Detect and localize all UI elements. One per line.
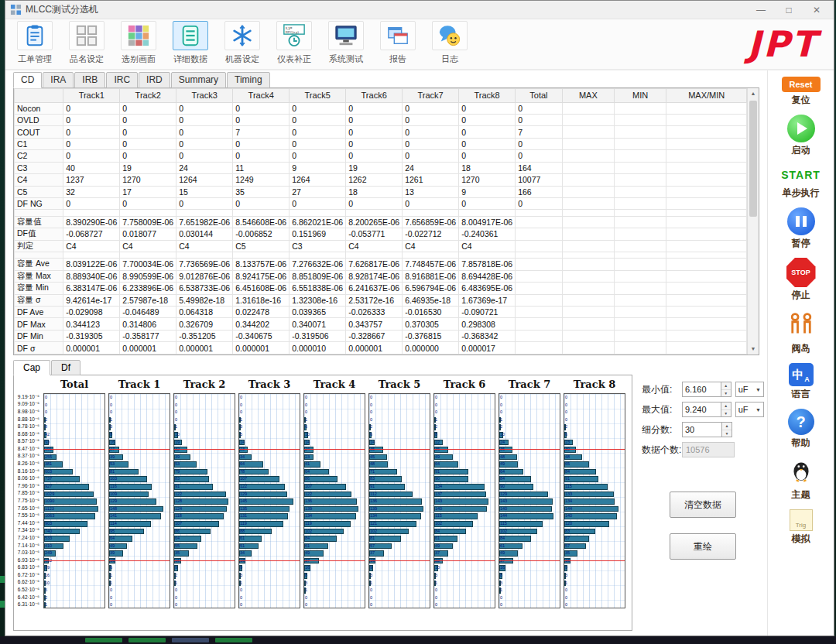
sidebar-button-help[interactable]: ?帮助 bbox=[788, 409, 814, 450]
table-cell bbox=[516, 330, 563, 341]
toolbar-work-order[interactable]: 工单管理 bbox=[10, 21, 60, 67]
column-header: Track6 bbox=[346, 89, 403, 103]
min-unit-select[interactable]: uF▼ bbox=[735, 382, 764, 397]
y-axis-tick-label: 7.85·10⁻⁶ bbox=[18, 490, 39, 496]
toolbar-machine-setting[interactable]: 机器设定 bbox=[218, 21, 267, 67]
sidebar-button-theme[interactable]: 主题 bbox=[788, 457, 814, 502]
bar-value-label: 0 bbox=[565, 396, 567, 400]
sidebar-button-start[interactable]: 启动 bbox=[787, 115, 815, 157]
bar-value-label: 144 bbox=[500, 514, 507, 519]
tab-irb[interactable]: IRB bbox=[74, 72, 105, 88]
bar-value-label: 0 bbox=[45, 403, 47, 408]
histogram-plot[interactable]: 0000110193239537983911221281241181078664… bbox=[173, 393, 235, 608]
table-cell bbox=[666, 186, 747, 197]
taskbar-item[interactable] bbox=[85, 638, 122, 642]
histogram-plot[interactable]: 0001351423346478107122129145135131119886… bbox=[238, 393, 300, 608]
bar-value-label: 1 bbox=[435, 418, 437, 423]
histogram-plot[interactable]: 0001282236496491901341371431401151028461… bbox=[433, 393, 495, 608]
limit-line bbox=[304, 449, 365, 450]
scroll-down-icon[interactable]: ▼ bbox=[748, 344, 759, 355]
limit-line bbox=[109, 560, 170, 561]
bar-value-label: 121 bbox=[370, 522, 377, 526]
max-unit-select[interactable]: uF▼ bbox=[735, 402, 764, 417]
histogram-plot[interactable]: 0000262330486584911151331341441401208367… bbox=[564, 393, 625, 608]
count-label: 数据个数: bbox=[642, 444, 682, 457]
sidebar-button-reset[interactable]: Reset复位 bbox=[782, 77, 821, 107]
sidebar-button-simulate[interactable]: Trig模拟 bbox=[790, 509, 813, 546]
taskbar-item[interactable] bbox=[172, 638, 209, 642]
toolbar-sorting-screen[interactable]: 选别画面 bbox=[114, 21, 163, 67]
scroll-up-icon[interactable]: ▲ bbox=[748, 88, 759, 99]
sidebar-button-valve[interactable]: 阀岛 bbox=[787, 310, 815, 355]
scroll-thumb[interactable] bbox=[749, 101, 757, 217]
clear-data-button[interactable]: 清空数据 bbox=[670, 492, 736, 518]
bar-value-label: 1 bbox=[305, 418, 307, 423]
table-cell: 6.383147E-06 bbox=[63, 283, 120, 294]
table-cell: 8.916881E-06 bbox=[403, 270, 459, 282]
max-input[interactable]: 9.240 bbox=[682, 402, 721, 417]
histogram-tab-df[interactable]: Df bbox=[51, 360, 81, 375]
table-cell bbox=[666, 240, 747, 252]
taskbar[interactable] bbox=[0, 636, 836, 644]
table-cell: 166 bbox=[516, 186, 563, 197]
bar-value-label: 139 bbox=[370, 507, 377, 512]
toolbar-product-name[interactable]: 品名设定 bbox=[62, 21, 111, 67]
histogram-plot[interactable]: 0002842931912553816037379271029109011231… bbox=[43, 393, 105, 608]
table-cell bbox=[666, 210, 747, 216]
sidebar-button-pause[interactable]: 暂停 bbox=[787, 207, 815, 250]
histogram-plot[interactable]: 0001381627395381103116109129148141114956… bbox=[108, 393, 170, 608]
tab-summary[interactable]: Summary bbox=[171, 72, 226, 88]
bar-value-label: 0 bbox=[110, 603, 112, 608]
bar-value-label: 37 bbox=[435, 551, 440, 556]
histogram-plot[interactable]: 0001210243648496484901291431401441151028… bbox=[499, 393, 560, 608]
histogram-tab-cap[interactable]: Cap bbox=[13, 360, 50, 375]
table-cell bbox=[516, 306, 563, 317]
toolbar-detail-data[interactable]: 详细数据 bbox=[166, 21, 215, 67]
histogram-panel: 9.19·10⁻⁶9.09·10⁻⁶8.98·10⁻⁶8.88·10⁻⁶8.78… bbox=[13, 375, 632, 631]
bins-input[interactable]: 30 bbox=[682, 422, 722, 437]
max-stepper[interactable]: ▲▼ bbox=[721, 402, 732, 417]
table-cell: 6.46935e-18 bbox=[403, 294, 459, 306]
taskbar-item[interactable] bbox=[128, 638, 166, 642]
tab-timing[interactable]: Timing bbox=[227, 72, 270, 88]
table-cell: 0.064318 bbox=[176, 306, 233, 317]
histogram-plot[interactable]: 0001610142423416486107122136139134119102… bbox=[303, 393, 365, 608]
tab-ira[interactable]: IRA bbox=[43, 72, 74, 88]
toolbar-meter-calibration[interactable]: x,y=RPC(x,y)仪表补正 bbox=[269, 21, 319, 67]
table-cell: 0 bbox=[403, 198, 459, 210]
tab-irc[interactable]: IRC bbox=[106, 72, 138, 88]
table-cell: 19 bbox=[346, 162, 403, 173]
bar-value-label: 14 bbox=[370, 440, 375, 445]
histogram-bar bbox=[239, 498, 293, 505]
table-cell bbox=[666, 270, 747, 282]
bar-value-label: 2 bbox=[45, 596, 47, 601]
toolbar-report[interactable]: 报告 bbox=[373, 21, 423, 67]
table-cell: 2.53172e-16 bbox=[346, 294, 403, 306]
bar-value-label: 48 bbox=[370, 462, 375, 467]
taskbar-item[interactable] bbox=[215, 638, 252, 642]
toolbar-log[interactable]: 日志 bbox=[425, 21, 475, 67]
histogram-controls: 最小值: 6.160 ▲▼ uF▼ 最大值: 9.240 ▲▼ uF▼ 细分数:… bbox=[642, 382, 764, 560]
redraw-button[interactable]: 重绘 bbox=[670, 533, 736, 560]
sidebar-button-language[interactable]: 中A语言 bbox=[789, 363, 814, 401]
bar-value-label: 6 bbox=[305, 425, 307, 430]
sidebar-button-stop[interactable]: STOP停止 bbox=[786, 258, 816, 302]
close-button[interactable]: ✕ bbox=[803, 2, 831, 19]
tab-ird[interactable]: IRD bbox=[139, 72, 170, 88]
table-cell: 7.651982E-06 bbox=[176, 216, 233, 228]
tab-cd[interactable]: CD bbox=[13, 72, 42, 88]
min-input[interactable]: 6.160 bbox=[682, 382, 721, 397]
histogram-track-7: Track 7000121024364849648490129143140144… bbox=[497, 378, 562, 608]
table-cell: 0 bbox=[233, 114, 290, 125]
histogram-plot[interactable]: 0000261435454871839111213613913412110281… bbox=[368, 393, 430, 608]
maximize-button[interactable]: □ bbox=[775, 2, 803, 19]
bins-stepper[interactable]: ▲▼ bbox=[722, 422, 732, 437]
table-scrollbar[interactable]: ▲ ▼ bbox=[747, 88, 759, 355]
sidebar-button-step[interactable]: START单步执行 bbox=[781, 165, 821, 200]
toolbar-item-label: 选别画面 bbox=[122, 53, 156, 65]
min-stepper[interactable]: ▲▼ bbox=[721, 382, 732, 397]
minimize-button[interactable]: — bbox=[747, 2, 775, 19]
table-cell: 0 bbox=[290, 102, 346, 114]
bar-value-label: 0 bbox=[240, 596, 242, 601]
toolbar-system-test[interactable]: 系统测试 bbox=[321, 21, 371, 67]
